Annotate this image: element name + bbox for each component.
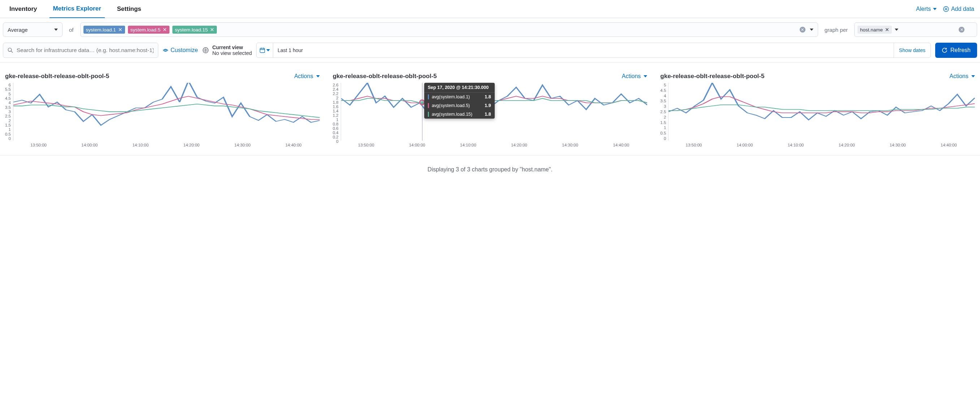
aggregation-select[interactable]: Average [3, 22, 62, 37]
group-pill-label: host.name [860, 27, 883, 33]
current-view-label: Current view [213, 45, 252, 50]
tab-inventory[interactable]: Inventory [6, 0, 41, 18]
chevron-down-icon [266, 49, 270, 51]
query-row: Average of system.load.1✕ system.load.5✕… [0, 18, 980, 41]
current-view-value: No view selected [213, 50, 252, 56]
svg-point-1 [8, 48, 11, 51]
chevron-down-icon [971, 75, 975, 77]
clear-all-icon[interactable]: ✕ [800, 27, 805, 33]
y-axis: 2.62.42.221.81.61.41.210.80.60.40.20 [333, 83, 341, 141]
tooltip-value: 1.8 [485, 94, 491, 99]
date-picker: Last 1 hour Show dates [256, 43, 931, 58]
date-range-text: Last 1 hour [277, 47, 303, 53]
top-tabs: Inventory Metrics Explorer Settings Aler… [0, 0, 980, 18]
x-axis: 13:50:0014:00:0014:10:0014:20:0014:30:00… [5, 141, 320, 147]
tooltip-value: 1.9 [485, 103, 491, 108]
chart-actions-button[interactable]: Actions [622, 73, 647, 80]
crosshair-line [422, 83, 422, 141]
graph-per-label: graph per [822, 27, 850, 33]
chevron-down-icon [810, 29, 813, 31]
search-input[interactable] [17, 47, 154, 54]
aggregation-value: Average [8, 27, 28, 33]
refresh-icon [942, 47, 948, 53]
x-axis: 13:50:0014:00:0014:10:0014:20:0014:30:00… [333, 141, 648, 147]
chevron-down-icon [644, 75, 647, 77]
alerts-link[interactable]: Alerts [916, 6, 937, 12]
close-icon[interactable]: ✕ [210, 27, 214, 33]
date-range-button[interactable]: Last 1 hour [273, 43, 894, 57]
refresh-label: Refresh [950, 47, 970, 54]
tooltip-header: Sep 17, 2020 @ 14:21:30.000 [424, 83, 495, 92]
close-icon[interactable]: ✕ [162, 27, 167, 33]
chart-title: gke-release-oblt-release-oblt-pool-5 [5, 73, 109, 80]
tooltip-label: avg(system.load.15) [432, 112, 473, 117]
add-data-label: Add data [951, 6, 974, 12]
tooltip-row: avg(system.load.1)1.8 [424, 92, 495, 101]
chart-card: gke-release-oblt-release-oblt-pool-5 Act… [5, 73, 320, 147]
chart-actions-button[interactable]: Actions [950, 73, 975, 80]
actions-label: Actions [950, 73, 969, 80]
tab-metrics-explorer[interactable]: Metrics Explorer [49, 0, 105, 18]
customize-label: Customize [170, 47, 198, 54]
group-pill[interactable]: host.name✕ [858, 26, 892, 33]
metric-pill-load15[interactable]: system.load.15✕ [172, 26, 217, 33]
tooltip-row: avg(system.load.5)1.9 [424, 101, 495, 110]
of-label: of [67, 27, 76, 33]
tab-settings[interactable]: Settings [113, 0, 145, 18]
clear-all-icon[interactable]: ✕ [959, 27, 964, 33]
chevron-down-icon [316, 75, 320, 77]
chart-card: gke-release-oblt-release-oblt-pool-5 Act… [660, 73, 975, 147]
metrics-combobox[interactable]: system.load.1✕ system.load.5✕ system.loa… [80, 22, 818, 37]
search-icon [8, 47, 13, 53]
chevron-down-icon [54, 29, 58, 31]
metric-pill-load1[interactable]: system.load.1✕ [83, 26, 125, 33]
y-axis: 54.543.532.521.510.50 [660, 83, 668, 141]
chart-tooltip: Sep 17, 2020 @ 14:21:30.000 avg(system.l… [424, 83, 495, 119]
x-axis: 13:50:0014:00:0014:10:0014:20:0014:30:00… [660, 141, 975, 147]
chart-title: gke-release-oblt-release-oblt-pool-5 [660, 73, 764, 80]
chart-plot[interactable] [13, 83, 320, 141]
y-axis: 65.554.543.532.521.510.50 [5, 83, 13, 141]
close-icon[interactable]: ✕ [118, 27, 123, 33]
metric-pill-label: system.load.5 [130, 27, 161, 33]
eye-icon [162, 47, 169, 53]
current-view[interactable]: Current view No view selected [202, 45, 252, 56]
group-by-combobox[interactable]: host.name✕ ✕ [854, 22, 977, 37]
tooltip-label: avg(system.load.1) [432, 94, 470, 99]
refresh-button[interactable]: Refresh [935, 43, 977, 58]
close-icon[interactable]: ✕ [885, 27, 889, 33]
add-data-link[interactable]: Add data [943, 6, 974, 12]
show-dates-button[interactable]: Show dates [894, 43, 931, 57]
metric-pill-label: system.load.15 [175, 27, 208, 33]
chart-actions-button[interactable]: Actions [294, 73, 320, 80]
chart-plot[interactable]: Sep 17, 2020 @ 14:21:30.000 avg(system.l… [341, 83, 648, 141]
metric-pill-label: system.load.1 [86, 27, 116, 33]
svg-point-2 [165, 49, 166, 51]
tooltip-row: avg(system.load.15)1.8 [424, 110, 495, 119]
chevron-down-icon [895, 29, 898, 31]
svg-rect-4 [260, 48, 265, 53]
chart-title: gke-release-oblt-release-oblt-pool-5 [333, 73, 437, 80]
tooltip-value: 1.8 [485, 112, 491, 117]
chevron-down-icon [933, 8, 937, 10]
customize-link[interactable]: Customize [162, 47, 198, 54]
toolbar-row: Customize Current view No view selected … [0, 41, 980, 62]
calendar-icon [259, 47, 265, 53]
chart-plot[interactable] [668, 83, 975, 141]
globe-icon [202, 47, 209, 54]
actions-label: Actions [294, 73, 313, 80]
alerts-label: Alerts [916, 6, 931, 12]
actions-label: Actions [622, 73, 641, 80]
search-bar[interactable] [3, 43, 158, 58]
metric-pill-load5[interactable]: system.load.5✕ [128, 26, 169, 33]
plus-circle-icon [943, 6, 949, 12]
chart-card: gke-release-oblt-release-oblt-pool-5 Act… [333, 73, 648, 147]
charts-grid: gke-release-oblt-release-oblt-pool-5 Act… [0, 62, 980, 152]
tooltip-label: avg(system.load.5) [432, 103, 470, 108]
results-summary: Displaying 3 of 3 charts grouped by "hos… [0, 155, 980, 184]
date-quick-button[interactable] [256, 43, 273, 57]
